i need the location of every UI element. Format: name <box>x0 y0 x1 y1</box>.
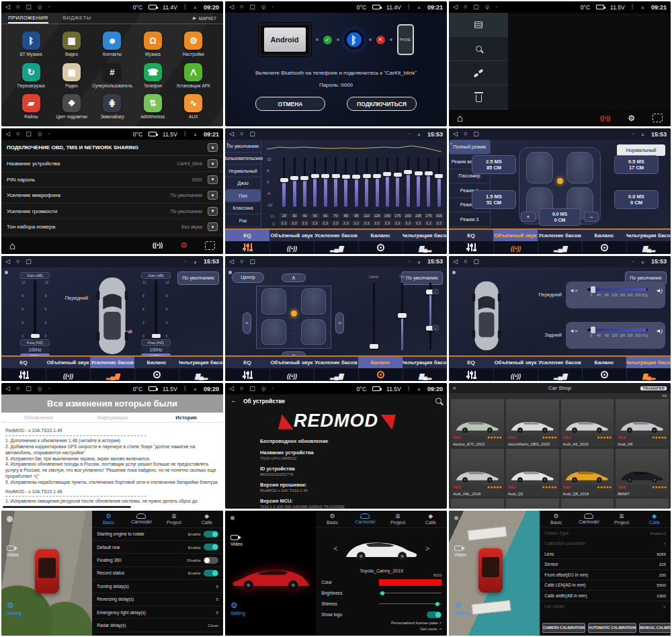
normal-mode-button[interactable]: Нормальный <box>617 144 665 156</box>
sub-gain-slider[interactable]: 7db Sub Gain <box>392 283 412 350</box>
transfer-button[interactable]: TRANSFER <box>640 386 667 390</box>
home-circle-icon[interactable] <box>16 131 19 137</box>
sound-tab[interactable]: Объёмный звук <box>493 230 538 241</box>
lower-minus-chip[interactable] <box>432 325 439 331</box>
sound-tab[interactable]: Фильтрация басов <box>626 357 671 368</box>
home-circle-icon[interactable] <box>240 4 243 10</box>
settings-tab[interactable]: Carmodel <box>349 511 382 527</box>
sound-focus-point[interactable] <box>557 178 563 184</box>
eq-band[interactable] <box>372 157 382 209</box>
mute-speaker-icon[interactable] <box>569 328 578 334</box>
sound-tab[interactable]: Объёмный звук <box>269 357 314 368</box>
sidebar-item-tracks[interactable] <box>449 61 508 85</box>
sub-freq-slider[interactable]: Sub Freq <box>420 283 440 350</box>
fader-front-button[interactable] <box>282 273 306 282</box>
search-icon[interactable] <box>435 398 442 404</box>
eq-slider-handle[interactable] <box>415 171 423 175</box>
back-icon[interactable] <box>453 131 458 137</box>
home-circle-icon[interactable] <box>240 131 243 137</box>
home-icon[interactable] <box>457 112 463 124</box>
home-circle-icon[interactable] <box>16 259 19 265</box>
settings-tab[interactable]: Calib <box>638 511 671 527</box>
settings-row[interactable]: Floating 360 Disable <box>92 554 223 566</box>
car-card[interactable]: V10.0 ★★★★★ Aeolus_E70_2022 <box>451 399 504 447</box>
eq-preset[interactable]: Рок <box>225 214 261 226</box>
settings-tab[interactable]: Calib <box>190 511 223 527</box>
license-plate-link[interactable]: Personalized license plate > <box>391 620 442 627</box>
tab-history[interactable]: История <box>149 415 223 421</box>
eq-preset[interactable]: Пользовательские <box>225 153 261 165</box>
eq-slider-handle[interactable] <box>290 176 298 180</box>
home-circle-icon[interactable] <box>240 386 243 392</box>
tab-information[interactable]: Информация <box>75 415 149 421</box>
dropdown-button[interactable] <box>208 222 218 231</box>
eq-slider-handle[interactable] <box>425 171 433 175</box>
sound-tab[interactable]: EQ <box>449 357 493 368</box>
default-button[interactable]: По умолчанию <box>177 271 219 285</box>
sound-tab[interactable]: Объёмный звук <box>46 357 90 368</box>
app-shortcut[interactable]: ∿ AUX <box>173 91 214 123</box>
rear-gain-handle[interactable] <box>152 334 161 338</box>
sound-tab[interactable]: Объёмный звук <box>493 357 538 368</box>
sound-tab[interactable]: EQ <box>1 357 46 368</box>
dropdown-button[interactable] <box>208 191 218 200</box>
back-icon[interactable] <box>5 4 10 10</box>
recents-icon[interactable] <box>473 259 479 265</box>
tab-widgets[interactable]: ВИДЖЕТЫ <box>63 13 91 24</box>
settings-row[interactable]: Тон набора номера Без звука <box>1 219 223 235</box>
sound-tab[interactable]: Объёмный звук <box>269 230 314 241</box>
sound-tab[interactable]: Усиление басов <box>538 230 582 241</box>
calibration-button[interactable]: AUTOMATIC CALIBRATION <box>588 623 636 633</box>
sound-tab[interactable]: Баланс <box>358 357 403 368</box>
listening-mode[interactable]: Режим 3 <box>449 212 490 227</box>
back-icon[interactable] <box>453 4 458 10</box>
home-icon[interactable] <box>9 240 15 251</box>
eq-band[interactable] <box>423 157 433 209</box>
sound-tab[interactable]: Баланс <box>582 357 626 368</box>
eq-slider-handle[interactable] <box>404 170 412 174</box>
setting-button[interactable]: Setting <box>230 601 245 615</box>
eq-band[interactable] <box>310 157 320 209</box>
recents-icon[interactable] <box>249 4 255 10</box>
car-card[interactable]: V10.0 ★★★★★ Audi_A8 <box>616 399 669 447</box>
home-circle-icon[interactable] <box>464 259 467 265</box>
car-card[interactable] <box>451 499 504 508</box>
settings-row[interactable]: Turning delay(s) 5 <box>92 580 223 593</box>
front-crossover-slider[interactable]: 04080120160200250(Гц) <box>566 282 665 308</box>
settings-tab[interactable]: Carmodel <box>573 511 605 527</box>
recents-icon[interactable] <box>26 131 32 137</box>
sound-tab[interactable]: Баланс <box>582 230 626 241</box>
app-shortcut[interactable]: ↻ Перезагрузка <box>11 60 51 91</box>
balance-position-dot[interactable] <box>291 310 297 316</box>
sound-tab[interactable]: Баланс <box>134 357 179 368</box>
radio-antenna-icon[interactable] <box>153 242 163 249</box>
connect-button[interactable]: ПОДКЛЮЧИТЬСЯ <box>347 97 417 111</box>
recents-icon[interactable] <box>26 259 32 265</box>
tab-updates[interactable]: Обновления <box>1 415 75 421</box>
app-shortcut[interactable]: ▦ Видео <box>51 28 91 60</box>
settings-row[interactable]: PIN пароль 0000 <box>1 172 223 188</box>
sound-tab[interactable]: Фильтрация басов <box>179 357 223 368</box>
settings-tab[interactable]: Project <box>605 511 638 527</box>
sound-tab[interactable]: Усиление басов <box>538 357 582 368</box>
sound-tab[interactable]: EQ <box>225 357 269 368</box>
settings-row[interactable]: Усиление громкости По умолчанию <box>1 204 223 220</box>
toggle-switch[interactable] <box>204 557 218 564</box>
sound-tab[interactable]: EQ <box>225 230 269 241</box>
balance-seat-map[interactable] <box>256 286 331 349</box>
settings-row[interactable]: Starting engine to rotate Enable <box>92 528 223 541</box>
eq-slider-handle[interactable] <box>363 174 371 178</box>
dropdown-button[interactable] <box>208 159 218 168</box>
car-card[interactable] <box>616 499 669 508</box>
balance-left-button[interactable] <box>243 312 251 334</box>
sound-tab[interactable]: Усиление басов <box>314 230 358 241</box>
screen-frame-icon[interactable] <box>205 241 215 250</box>
app-shortcut[interactable]: ☎ Телефон <box>132 60 173 91</box>
app-shortcut[interactable]: ▣ Радио <box>51 60 91 91</box>
toggle-switch[interactable] <box>204 531 218 538</box>
car-card[interactable] <box>561 499 614 508</box>
eq-band[interactable] <box>279 157 289 209</box>
home-circle-icon[interactable] <box>16 386 19 392</box>
eq-band[interactable] <box>341 157 351 209</box>
home-circle-icon[interactable] <box>16 4 19 10</box>
